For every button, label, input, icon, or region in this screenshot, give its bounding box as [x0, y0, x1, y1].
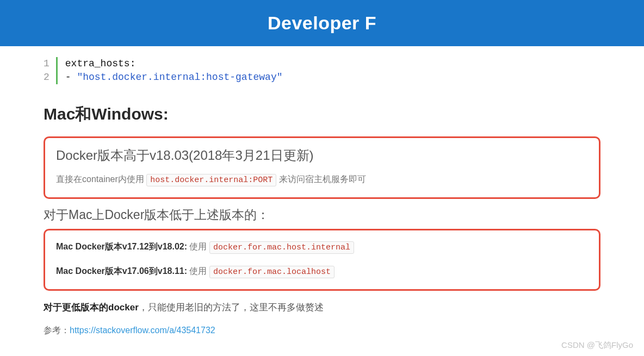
box2-line1: Mac Docker版本v17.12到v18.02: 使用 docker.for…: [56, 239, 588, 255]
watermark: CSDN @飞鸽FlyGo: [561, 340, 633, 351]
box2-line1-strong: Mac Docker版本v17.12到v18.02:: [56, 242, 187, 251]
code-line-1: extra_hosts:: [65, 57, 283, 71]
code-key: extra_hosts:: [65, 58, 136, 69]
inline-code-1: host.docker.internal:PORT: [146, 174, 276, 186]
line-numbers: 1 2: [44, 57, 58, 84]
plain-rest: ，只能使用老旧的方法了，这里不再多做赘述: [139, 302, 324, 313]
plain-line: 对于更低版本的docker，只能使用老旧的方法了，这里不再多做赘述: [44, 299, 600, 316]
line-number-1: 1: [44, 57, 49, 71]
box1-text-after: 来访问宿主机服务即可: [276, 174, 366, 184]
code-dash: -: [65, 72, 77, 83]
inline-code-2: docker.for.mac.host.internal: [209, 241, 354, 254]
highlight-box-1: Docker版本高于v18.03(2018年3月21日更新) 直接在contai…: [44, 136, 600, 199]
box1-title: Docker版本高于v18.03(2018年3月21日更新): [56, 147, 588, 164]
box1-text-before: 直接在container内使用: [56, 174, 146, 184]
box2-line2-text: 使用: [187, 266, 209, 276]
reference-line: 参考：https://stackoverflow.com/a/43541732: [44, 325, 600, 336]
code-line-2: - "host.docker.internal:host-gateway": [65, 71, 283, 84]
sub-heading: 对于Mac上Docker版本低于上述版本的：: [44, 207, 600, 223]
reference-label: 参考：: [44, 326, 70, 335]
section-title: Mac和Windows:: [44, 103, 600, 126]
box2-line1-text: 使用: [187, 242, 209, 251]
line-number-2: 2: [44, 71, 49, 84]
code-string: "host.docker.internal:host-gateway": [77, 72, 282, 83]
box2-line2: Mac Docker版本v17.06到v18.11: 使用 docker.for…: [56, 264, 588, 279]
code-content: extra_hosts: - "host.docker.internal:hos…: [58, 57, 283, 84]
box2-line2-strong: Mac Docker版本v17.06到v18.11:: [56, 266, 187, 276]
code-block: 1 2 extra_hosts: - "host.docker.internal…: [44, 57, 600, 84]
page-header: Developer F: [0, 0, 644, 46]
main-content: 1 2 extra_hosts: - "host.docker.internal…: [0, 57, 644, 336]
plain-strong: 对于更低版本的docker: [44, 302, 139, 313]
reference-link[interactable]: https://stackoverflow.com/a/43541732: [70, 326, 215, 335]
inline-code-3: docker.for.mac.localhost: [209, 266, 335, 278]
header-title: Developer F: [268, 13, 376, 34]
highlight-box-2: Mac Docker版本v17.12到v18.02: 使用 docker.for…: [44, 229, 600, 291]
box1-text: 直接在container内使用 host.docker.internal:POR…: [56, 172, 588, 188]
